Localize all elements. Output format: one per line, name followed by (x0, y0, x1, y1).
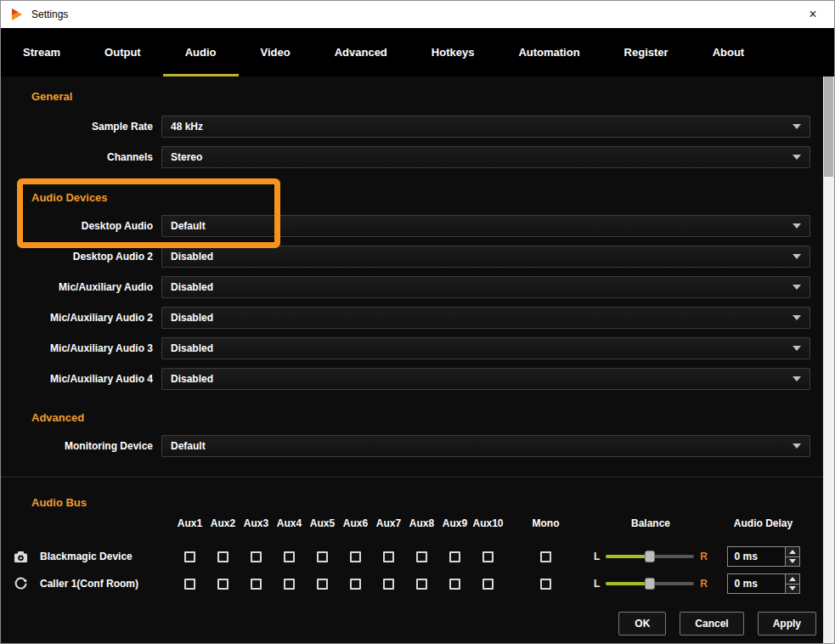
tab-stream[interactable]: Stream (1, 28, 82, 76)
mic-aux-audio-4-select[interactable]: Disabled (161, 368, 810, 390)
aux6-checkbox[interactable] (350, 579, 361, 590)
aux7-checkbox[interactable] (383, 551, 394, 562)
aux6-checkbox[interactable] (350, 551, 361, 562)
balance-right-label: R (700, 551, 708, 562)
apply-button[interactable]: Apply (758, 612, 816, 636)
ok-button[interactable]: OK (618, 612, 666, 636)
mic-aux-audio-3-row: Mic/Auxiliary Audio 3 Disabled (1, 333, 823, 364)
desktop-audio-select[interactable]: Default (161, 215, 810, 237)
audio-delay-input[interactable]: 0 ms (727, 573, 800, 594)
balance-slider[interactable] (606, 582, 694, 585)
desktop-audio-row: Desktop Audio Default (1, 211, 823, 241)
slider-handle[interactable] (645, 578, 655, 590)
mic-aux-audio-row: Mic/Auxiliary Audio Disabled (1, 272, 823, 302)
tab-advanced[interactable]: Advanced (313, 28, 409, 76)
aux5-checkbox[interactable] (317, 579, 328, 590)
dialog-footer: OK Cancel Apply (618, 612, 816, 636)
tab-audio[interactable]: Audio (163, 28, 239, 76)
cancel-button[interactable]: Cancel (680, 612, 743, 636)
balance-left-label: L (594, 578, 600, 590)
aux9-checkbox[interactable] (449, 579, 460, 590)
aux2-checkbox[interactable] (217, 551, 228, 562)
settings-window: Settings × Stream Output Audio Video Adv… (0, 0, 835, 644)
spin-up-button[interactable] (786, 574, 799, 584)
balance-right-label: R (700, 578, 708, 590)
tab-register[interactable]: Register (602, 28, 691, 76)
audio-bus-header-row: Aux1 Aux2 Aux3 Aux4 Aux5 Aux6 Aux7 Aux8 … (1, 514, 823, 533)
channels-select[interactable]: Stereo (161, 146, 810, 168)
audio-delay-value: 0 ms (728, 547, 785, 566)
triangle-down-icon (789, 559, 796, 563)
balance-slider[interactable] (606, 555, 694, 558)
desktop-audio-2-row: Desktop Audio 2 Disabled (1, 241, 823, 272)
tab-label: Automation (518, 46, 579, 59)
aux10-checkbox[interactable] (482, 579, 494, 590)
caller-icon (1, 570, 40, 597)
audio-delay-input[interactable]: 0 ms (727, 546, 800, 567)
slider-fill (606, 582, 650, 585)
chevron-down-icon (793, 155, 801, 160)
channels-row: Channels Stereo (1, 142, 823, 172)
aux1-checkbox[interactable] (184, 579, 195, 590)
aux8-checkbox[interactable] (416, 551, 427, 562)
mono-checkbox[interactable] (540, 551, 551, 562)
triangle-up-icon (789, 550, 796, 554)
bus-row-label: Blackmagic Device (40, 543, 173, 570)
aux7-column-header: Aux7 (372, 514, 405, 533)
desktop-audio-2-select[interactable]: Disabled (161, 246, 810, 268)
aux5-checkbox[interactable] (317, 551, 328, 562)
spin-down-button[interactable] (786, 556, 799, 567)
spin-down-button[interactable] (786, 584, 799, 594)
tab-label: Register (624, 46, 669, 59)
chevron-down-icon (793, 315, 801, 320)
aux4-checkbox[interactable] (284, 579, 295, 590)
mic-aux-audio-3-select[interactable]: Disabled (161, 337, 810, 359)
sample-rate-row: Sample Rate 48 kHz (1, 111, 823, 142)
tab-about[interactable]: About (691, 28, 767, 76)
aux10-column-header: Aux10 (471, 514, 505, 533)
chevron-down-icon (793, 124, 801, 129)
aux7-checkbox[interactable] (383, 579, 394, 590)
tab-label: Advanced (335, 46, 387, 59)
tab-automation[interactable]: Automation (496, 28, 601, 76)
mic-aux-audio-2-select[interactable]: Disabled (161, 307, 810, 329)
mono-checkbox[interactable] (540, 579, 551, 590)
aux3-checkbox[interactable] (251, 579, 262, 590)
tab-output[interactable]: Output (82, 28, 163, 76)
mic-aux-audio-2-row: Mic/Auxiliary Audio 2 Disabled (1, 302, 823, 333)
tab-hotkeys[interactable]: Hotkeys (409, 28, 497, 76)
monitoring-device-select[interactable]: Default (161, 435, 810, 457)
monitoring-device-value: Default (171, 440, 206, 452)
aux2-checkbox[interactable] (217, 579, 228, 590)
mic-aux-audio-4-label: Mic/Auxiliary Audio 4 (1, 373, 161, 385)
mic-aux-audio-select[interactable]: Disabled (161, 276, 810, 298)
sample-rate-value: 48 kHz (171, 121, 203, 133)
spinner-arrows (785, 574, 799, 593)
channels-label: Channels (1, 151, 161, 163)
aux3-checkbox[interactable] (251, 551, 262, 562)
aux8-column-header: Aux8 (405, 514, 438, 533)
aux4-checkbox[interactable] (284, 551, 295, 562)
spacer (40, 514, 173, 533)
audio-settings-panel: General Sample Rate 48 kHz Channels Ster… (1, 76, 823, 643)
tab-video[interactable]: Video (239, 28, 313, 76)
close-button[interactable]: × (800, 3, 826, 25)
mono-column-header: Mono (505, 514, 587, 533)
balance-left-label: L (594, 551, 600, 562)
app-logo-icon (9, 7, 25, 22)
tab-label: Audio (185, 46, 217, 59)
aux10-checkbox[interactable] (482, 551, 494, 562)
scrollbar-thumb[interactable] (824, 76, 833, 177)
aux1-checkbox[interactable] (184, 551, 195, 562)
slider-handle[interactable] (645, 551, 655, 562)
aux2-column-header: Aux2 (206, 514, 240, 533)
channels-value: Stereo (171, 151, 202, 163)
sample-rate-select[interactable]: 48 kHz (161, 116, 810, 138)
scrollbar[interactable] (823, 76, 834, 643)
mic-aux-audio-label: Mic/Auxiliary Audio (1, 281, 161, 293)
spin-up-button[interactable] (786, 547, 799, 556)
aux4-column-header: Aux4 (273, 514, 306, 533)
aux9-checkbox[interactable] (449, 551, 460, 562)
aux8-checkbox[interactable] (416, 579, 427, 590)
chevron-down-icon (793, 346, 801, 351)
